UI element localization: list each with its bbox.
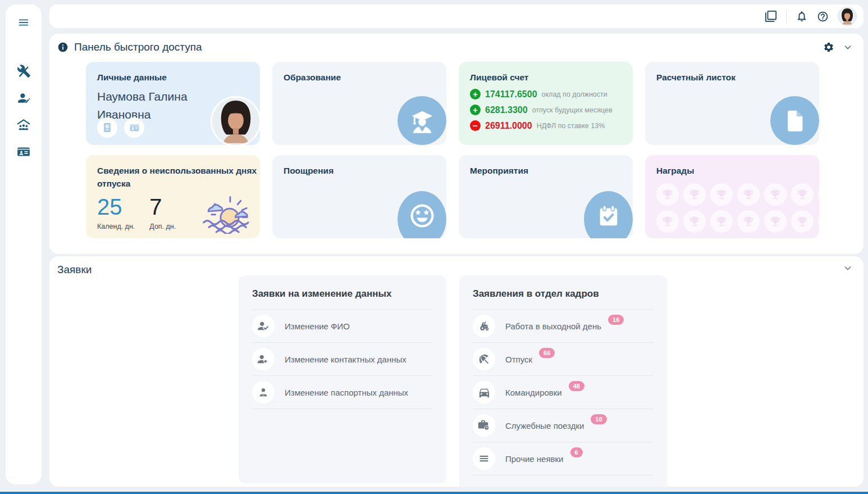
trophy-icon [715, 188, 728, 201]
calendar-days-value: 25 [97, 194, 135, 219]
sidebar-item-profile-edit[interactable] [12, 87, 35, 109]
id-card-button[interactable] [124, 117, 144, 138]
list-item[interactable]: Изменение контактных данных [252, 343, 433, 376]
award-slot[interactable] [656, 210, 679, 233]
list-item-label: Отпуск [505, 355, 532, 364]
account-label: оклад по должности [542, 90, 607, 98]
award-slot[interactable] [683, 183, 706, 206]
hr-list: Работа в выходной день16Отпуск66Командир… [459, 310, 667, 475]
person-tag-icon-circle [252, 348, 275, 370]
card-vacation-days[interactable]: Сведения о неиспользованных днях отпуска… [86, 155, 260, 238]
passport-button[interactable] [97, 117, 117, 138]
award-slot[interactable] [764, 210, 787, 233]
sidebar [6, 4, 42, 484]
person-check-icon-circle [252, 315, 275, 337]
data-change-requests-panel: Заявки на изменение данных Изменение ФИО… [239, 275, 446, 483]
award-slot[interactable] [764, 183, 787, 206]
list-item[interactable]: Изменение паспортных данных [252, 376, 433, 409]
question-mark-icon [817, 11, 829, 22]
requests-collapse-button[interactable] [843, 264, 852, 273]
trophy-icon [769, 188, 782, 201]
account-row: +6281.3300отпуск будущих месяцев [470, 105, 622, 115]
awards-grid [656, 183, 819, 233]
briefcase-clock-icon [478, 419, 490, 432]
list-item[interactable]: Командировки48 [473, 376, 654, 409]
account-row: +174117.6500оклад по должности [470, 89, 622, 99]
sidebar-item-contact-card[interactable] [12, 141, 35, 163]
account-label: НДФЛ по ставке 13% [537, 122, 605, 130]
award-slot[interactable] [791, 183, 814, 206]
chevron-down-icon [843, 264, 852, 273]
card-payslip[interactable]: Расчетный листок [645, 62, 819, 145]
card-title: Сведения о неиспользованных днях отпуска [97, 164, 260, 191]
beach-umbrella-icon [478, 353, 490, 365]
award-slot[interactable] [791, 210, 814, 233]
trophy-icon [796, 188, 808, 201]
award-slot[interactable] [683, 210, 706, 233]
card-title: Поощрения [284, 164, 435, 177]
card-personal-account[interactable]: Лицевой счет +174117.6500оклад по должно… [459, 62, 633, 145]
list-item-label: Изменение контактных данных [285, 355, 406, 364]
data-change-list: Изменение ФИОИзменение контактных данных… [239, 310, 446, 409]
list-item-label: Изменение ФИО [285, 321, 350, 331]
award-slot[interactable] [656, 183, 679, 206]
card-title: Расчетный листок [656, 71, 808, 84]
sidebar-item-tools[interactable] [12, 60, 35, 82]
quick-access-panel: Панель быстрого доступа Личные данные На… [49, 34, 864, 254]
user-avatar[interactable] [838, 7, 857, 26]
count-badge: 66 [539, 348, 555, 358]
list-item-label: Прочие неявки [505, 454, 564, 464]
hr-title: Заявления в отдел кадров [473, 275, 654, 310]
avatar-photo [838, 7, 856, 25]
sidebar-item-family[interactable] [12, 114, 35, 136]
list-item-label: Служебные поездки [505, 421, 584, 430]
requests-header: Заявки [57, 264, 92, 276]
person-edit-icon [17, 91, 31, 105]
card-awards[interactable]: Награды [645, 155, 819, 238]
award-slot[interactable] [737, 210, 760, 233]
document-icon [770, 96, 819, 145]
award-slot[interactable] [818, 183, 819, 206]
hamburger-icon [17, 16, 30, 29]
list-item[interactable]: Отпуск66 [473, 343, 654, 376]
minus-icon: − [470, 120, 481, 131]
trophy-icon [769, 215, 782, 228]
id-card-small-icon [129, 122, 140, 134]
award-slot[interactable] [818, 210, 819, 233]
card-personal-data[interactable]: Личные данные Наумова Галина Ивановна [86, 62, 260, 145]
card-education[interactable]: Образование [272, 62, 446, 145]
trophy-icon [715, 215, 728, 228]
quick-access-title: Панель быстрого доступа [74, 41, 202, 53]
person-tag-icon [257, 353, 269, 365]
count-badge: 10 [591, 414, 606, 424]
card-incentives[interactable]: Поощрения [272, 155, 446, 238]
graduate-icon [398, 96, 446, 145]
list-item-label: Изменение паспортных данных [285, 388, 408, 397]
help-button[interactable] [817, 11, 829, 22]
count-badge: 6 [570, 447, 583, 457]
menu-toggle-button[interactable] [12, 11, 35, 34]
count-badge: 48 [569, 381, 584, 391]
data-change-title: Заявки на изменение данных [252, 275, 433, 310]
award-slot[interactable] [737, 183, 760, 206]
panel-settings-button[interactable] [823, 42, 834, 53]
award-slot[interactable] [710, 183, 733, 206]
windows-button[interactable] [765, 10, 777, 22]
list-item[interactable]: Работа в выходной день16 [473, 310, 654, 343]
plus-icon: + [470, 89, 481, 99]
panel-collapse-button[interactable] [843, 43, 852, 52]
trophy-icon [742, 188, 755, 201]
trophy-icon [661, 188, 674, 201]
list-item[interactable]: Прочие неявки6 [473, 442, 654, 475]
account-row: −26911.0000НДФЛ по ставке 13% [470, 120, 622, 131]
car-icon-circle [473, 381, 495, 404]
list-item[interactable]: Служебные поездки10 [473, 409, 654, 442]
star-smiley-icon [398, 191, 446, 238]
menu-lines-icon-circle [473, 447, 495, 470]
notifications-button[interactable] [796, 10, 808, 22]
trophy-icon [688, 188, 701, 201]
card-events[interactable]: Мероприятия [459, 155, 633, 238]
list-item[interactable]: Изменение ФИО [252, 310, 433, 343]
topbar-divider [786, 10, 787, 23]
award-slot[interactable] [710, 210, 733, 233]
